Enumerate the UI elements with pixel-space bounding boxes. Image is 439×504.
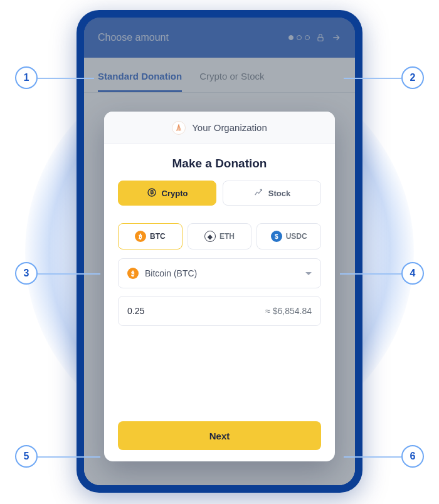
topbar-title: Choose amount	[98, 32, 169, 43]
selected-currency-label: Bitcoin (BTC)	[145, 268, 197, 278]
donation-type-selector: Crypto Stock	[118, 181, 321, 206]
type-stock-button[interactable]: Stock	[223, 181, 321, 206]
usdc-icon: $	[271, 231, 282, 242]
modal-body: Make a Donation Crypto Stock	[104, 144, 335, 461]
step-dot-1	[288, 35, 294, 40]
tab-standard-donation[interactable]: Standard Donation	[98, 71, 182, 92]
donation-modal: Your Organization Make a Donation Crypto	[104, 112, 335, 461]
step-dot-3	[305, 35, 310, 40]
forward-arrow-icon[interactable]	[331, 33, 341, 43]
organization-name: Your Organization	[192, 122, 267, 133]
crypto-chip-usdc[interactable]: $ USDC	[257, 223, 321, 249]
callout-4: 4	[401, 262, 424, 285]
currency-select[interactable]: ₿ Bitcoin (BTC)	[118, 258, 321, 288]
step-dot-2	[297, 35, 302, 40]
callout-3: 3	[15, 262, 38, 285]
modal-title: Make a Donation	[118, 157, 321, 171]
chevron-down-icon	[305, 272, 312, 275]
crypto-chip-btc-label: BTC	[150, 232, 166, 241]
top-bar: Choose amount	[84, 18, 355, 58]
callout-6: 6	[401, 445, 424, 468]
callout-5-line	[38, 456, 100, 458]
crypto-quick-select: ₿ BTC ◆ ETH $ USDC	[118, 223, 321, 249]
organization-logo-icon	[172, 121, 186, 135]
donation-tabs: Standard Donation Crypto or Stock	[84, 58, 355, 93]
phone-frame: Choose amount Standard Donation Crypto o…	[77, 10, 362, 493]
lock-icon	[316, 33, 325, 42]
phone-screen: Choose amount Standard Donation Crypto o…	[84, 18, 355, 485]
modal-header: Your Organization	[104, 112, 335, 144]
amount-approx: ≈ $6,854.84	[265, 306, 312, 316]
type-crypto-label: Crypto	[162, 189, 188, 198]
callout-1: 1	[15, 66, 38, 89]
crypto-chip-usdc-label: USDC	[286, 232, 307, 241]
crypto-chip-eth-label: ETH	[220, 232, 235, 241]
callout-2: 2	[401, 66, 424, 89]
callout-4-line	[340, 273, 401, 275]
callout-5: 5	[15, 445, 38, 468]
callout-2-line	[344, 78, 401, 79]
topbar-right	[288, 33, 341, 43]
btc-icon: ₿	[135, 231, 146, 242]
crypto-chip-eth[interactable]: ◆ ETH	[188, 223, 252, 249]
amount-value: 0.25	[127, 306, 144, 316]
callout-3-line	[38, 273, 100, 275]
type-stock-label: Stock	[268, 189, 290, 198]
crypto-chip-btc[interactable]: ₿ BTC	[118, 223, 182, 249]
amount-input-row[interactable]: 0.25 ≈ $6,854.84	[118, 296, 321, 326]
bitcoin-icon	[147, 187, 157, 199]
modal-footer: Next	[118, 421, 321, 450]
step-indicator	[288, 35, 310, 40]
next-button[interactable]: Next	[118, 421, 321, 450]
tab-crypto-or-stock[interactable]: Crypto or Stock	[199, 71, 264, 92]
callout-1-line	[38, 78, 94, 79]
svg-rect-0	[318, 37, 323, 41]
eth-icon: ◆	[204, 231, 216, 242]
callout-6-line	[344, 456, 401, 458]
stock-chart-icon	[253, 187, 263, 199]
selected-currency-icon: ₿	[127, 268, 139, 279]
type-crypto-button[interactable]: Crypto	[118, 181, 216, 206]
